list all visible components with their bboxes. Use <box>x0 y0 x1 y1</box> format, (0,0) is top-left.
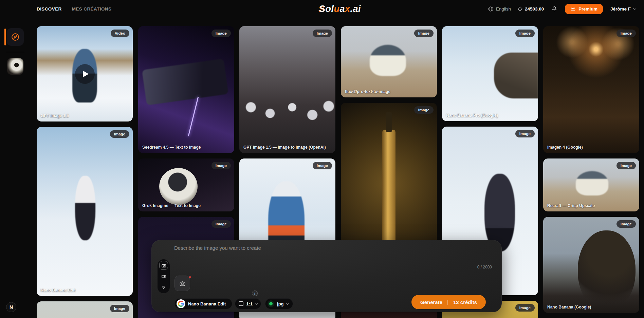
primary-nav: DISCOVER MES CRÉATIONS <box>37 6 111 12</box>
credit-balance[interactable]: 24503.00 <box>518 6 544 12</box>
media-type-badge: Image <box>414 30 434 37</box>
aspect-ratio-selector[interactable]: 1:1 <box>235 298 261 309</box>
media-type-badge: Image <box>211 162 231 169</box>
gallery-tile[interactable]: Image Imagen 4 (Google) <box>543 26 639 153</box>
topbar: DISCOVER MES CRÉATIONS Soluax.ai English… <box>0 0 644 18</box>
prompt-input[interactable] <box>174 245 473 266</box>
sidebar: N <box>0 18 31 318</box>
generate-button[interactable]: Generate | 12 crédits <box>411 295 486 309</box>
media-type-badge: Image <box>515 30 535 37</box>
gallery-column: Vidéo GPT Image 1.5 Image Nano Banana Ed… <box>37 26 133 318</box>
info-icon[interactable]: i <box>252 291 258 296</box>
language-selector[interactable]: English <box>488 6 511 12</box>
media-type-badge: Image <box>313 30 332 37</box>
prompt-panel: * 0 / 2000 Nano Banana Edit 1:1 i jpg <box>151 240 502 312</box>
ratio-value: 1:1 <box>246 301 253 306</box>
format-status-dot <box>268 300 274 307</box>
credit-balance-value: 24503.00 <box>525 6 544 12</box>
tile-caption: GPT Image 1.5 <box>41 113 69 118</box>
gallery-tile[interactable]: Image <box>37 301 133 318</box>
crown-icon <box>570 6 576 11</box>
app-logo: Soluax.ai <box>319 4 361 14</box>
model-name: Nano Banana Edit <box>188 301 227 306</box>
speaker-icon <box>161 285 166 290</box>
play-button[interactable] <box>75 64 95 84</box>
tile-caption: flux-2/pro-text-to-image <box>345 89 390 94</box>
model-selector[interactable]: Nano Banana Edit <box>174 298 232 309</box>
image-upload-button[interactable]: * <box>174 276 190 291</box>
char-counter: 0 / 2000 <box>477 265 492 269</box>
compass-icon <box>11 33 20 41</box>
tile-caption: Imagen 4 (Google) <box>547 145 583 150</box>
media-type-badge: Image <box>617 30 636 37</box>
premium-label: Premium <box>578 6 597 12</box>
generate-cost: 12 crédits <box>453 299 477 305</box>
gallery-tile[interactable]: Image GPT Image 1.5 — Image to Image (Op… <box>239 26 335 153</box>
camera-icon <box>179 280 186 287</box>
google-logo-icon <box>177 299 185 308</box>
gallery-tile[interactable]: Image Nano Banana (Google) <box>543 217 639 313</box>
gallery-tile-video[interactable]: Vidéo GPT Image 1.5 <box>37 26 133 121</box>
media-type-badge: Image <box>515 304 535 312</box>
sidebar-item-creation-thumbnail[interactable] <box>7 58 23 75</box>
gallery-tile[interactable]: Image Recraft — Crisp Upscale <box>543 158 639 211</box>
gallery-tile[interactable]: Image Nano Banana Pro (Google) <box>442 26 538 121</box>
chevron-down-icon <box>255 302 258 304</box>
video-mode-button[interactable] <box>159 272 168 281</box>
bell-icon <box>551 6 557 12</box>
tile-caption: Nano Banana Edit <box>41 288 76 293</box>
format-value: jpg <box>277 301 284 306</box>
sidebar-divider <box>6 52 24 52</box>
camera-icon <box>161 263 166 268</box>
separator: | <box>447 299 448 305</box>
tile-caption: Nano Banana Pro (Google) <box>446 113 498 118</box>
nav-tab-mes-creations[interactable]: MES CRÉATIONS <box>72 6 112 12</box>
tile-caption: Recraft — Crisp Upscale <box>547 203 595 208</box>
image-mode-button[interactable] <box>159 261 168 270</box>
tile-caption: Seedream 4.5 — Text to Image <box>142 145 201 150</box>
square-ratio-icon <box>239 301 243 306</box>
gallery-tile[interactable]: Image flux-2/pro-text-to-image <box>341 26 437 97</box>
language-label: English <box>496 6 511 12</box>
gallery-tile[interactable]: Image Nano Banana Edit <box>37 127 133 296</box>
media-type-badge: Image <box>211 220 231 228</box>
media-type-badge: Image <box>617 162 636 169</box>
video-camera-icon <box>161 274 166 279</box>
media-type-badge: Image <box>515 130 535 137</box>
active-item-indicator <box>4 29 6 45</box>
media-type-badge: Image <box>313 162 332 169</box>
media-type-badge: Image <box>211 30 231 37</box>
tile-caption: Nano Banana (Google) <box>547 305 591 310</box>
premium-button[interactable]: Premium <box>565 4 603 14</box>
user-name: Jérôme F <box>610 6 631 12</box>
gallery-tile[interactable]: Image Seedream 4.5 — Text to Image <box>138 26 234 153</box>
sidebar-item-discover[interactable] <box>7 28 24 46</box>
generate-label: Generate <box>420 299 442 305</box>
gallery-column: Image Imagen 4 (Google) Image Recraft — … <box>543 26 639 313</box>
notifications-button[interactable] <box>551 6 557 12</box>
media-type-badge: Image <box>414 106 434 114</box>
gallery-tile[interactable]: Image Grok Imagine — Text to Image <box>138 158 234 211</box>
chevron-down-icon <box>286 302 289 304</box>
media-type-badge: Image <box>110 130 129 138</box>
user-menu[interactable]: Jérôme F <box>610 6 636 12</box>
diamond-icon <box>518 6 522 11</box>
chevron-down-icon <box>633 7 637 10</box>
audio-mode-button[interactable] <box>159 283 168 292</box>
tile-caption: GPT Image 1.5 — Image to Image (OpenAI) <box>243 145 326 150</box>
topbar-actions: English 24503.00 Premium Jérôme F <box>488 0 636 18</box>
globe-icon <box>488 6 494 12</box>
required-marker: * <box>189 275 191 280</box>
media-type-badge: Vidéo <box>111 30 129 37</box>
play-icon <box>83 71 89 77</box>
dev-overlay-badge[interactable]: N <box>6 302 16 312</box>
media-mode-toolbar <box>158 259 170 293</box>
media-type-badge: Image <box>110 305 129 312</box>
tile-caption: Grok Imagine — Text to Image <box>142 203 201 208</box>
output-format-selector[interactable]: jpg <box>265 298 293 309</box>
nav-tab-discover[interactable]: DISCOVER <box>37 6 62 12</box>
composer-controls: Nano Banana Edit 1:1 i jpg Generate | 12… <box>174 295 486 309</box>
media-type-badge: Image <box>617 220 636 228</box>
